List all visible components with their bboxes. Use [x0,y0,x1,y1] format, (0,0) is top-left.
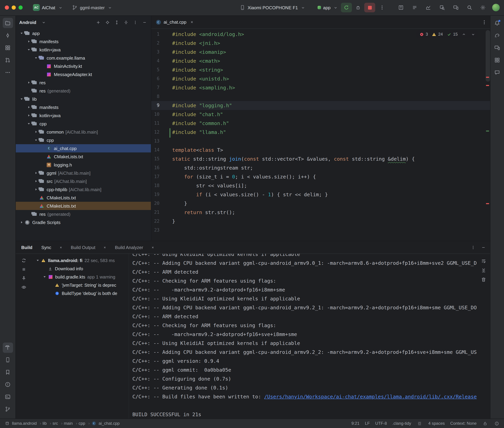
filter-view-icon[interactable] [21,284,27,290]
soft-wrap-icon[interactable] [480,258,487,264]
code-line-5[interactable]: 5#include <string> [151,66,490,74]
code-line-15[interactable]: 15static std::string join(const std::vec… [151,155,490,163]
chevron-down-icon[interactable] [42,275,47,279]
close-window-button[interactable] [5,6,9,10]
scroll-to-end-icon[interactable] [480,267,487,273]
commit-tool-button[interactable] [3,30,13,41]
error-stripe-mark[interactable] [486,77,489,78]
chevron-right-icon[interactable] [33,130,39,134]
chevron-down-icon[interactable] [18,31,24,35]
notifications-tool-button[interactable] [492,18,502,28]
problems-tool-button[interactable] [3,379,13,390]
tree-item-logging-h[interactable]: logging.h [16,161,151,169]
code-line-17[interactable]: 17 for (size_t i = 0; i < values.size();… [151,172,490,181]
tree-item-app[interactable]: app [16,29,151,37]
build-tool-button[interactable] [3,342,13,353]
readonly-lock-icon[interactable] [482,420,488,427]
chevron-right-icon[interactable] [33,187,39,191]
tree-item-ai-chat-cpp[interactable]: ai_chat.cpp [16,144,151,152]
chevron-down-icon[interactable] [33,56,39,60]
chevron-down-icon[interactable] [41,19,47,25]
tree-item-kotlin-java[interactable]: kotlin+java [16,46,151,54]
chevron-down-icon[interactable] [26,122,32,126]
clang-tidy-widget[interactable]: .clang-tidy [392,421,411,426]
error-stripe-mark[interactable] [486,203,489,204]
assistant-tool-button[interactable] [492,67,502,77]
code-line-11[interactable]: 11#include "common.h" [151,119,490,128]
build-tab-build-analyzer[interactable]: Build Analyzer [111,241,159,254]
close-tab-icon[interactable] [58,244,64,250]
profile-avatar[interactable] [490,3,501,12]
editor-tab-ai-chat-cpp[interactable]: ai_chat.cpp [151,16,199,28]
device-selector[interactable]: Xiaomi POCOPHONE F1 [237,2,308,13]
code-line-2[interactable]: 2#include <jni.h> [151,39,490,48]
build-options-icon[interactable] [470,244,476,250]
code-line-6[interactable]: 6#include <unistd.h> [151,74,490,83]
device-manager-tool-button[interactable] [492,42,502,53]
change-stripe-mark[interactable] [486,131,489,132]
tree-item-messageadapter-kt[interactable]: MessageAdapter.kt [16,70,151,78]
bookmarks-tool-button[interactable] [3,367,13,377]
layout-inspector-button[interactable] [395,3,406,12]
new-file-icon[interactable] [95,19,101,25]
line-separator[interactable]: LF [365,421,370,426]
code-line-20[interactable]: 20 } [151,199,490,208]
pull-requests-tool-button[interactable] [3,55,13,65]
breadcrumb-ai-chat-cpp[interactable]: ai_chat.cpp [91,421,120,426]
project-tool-button[interactable] [3,18,13,28]
next-issue-icon[interactable] [470,31,476,37]
breadcrumb-llama-android[interactable]: llama.android› [4,420,41,427]
editor-scrollbar[interactable] [486,30,490,82]
build-tree-item-llama-android-fi[interactable]: llama.android: fi22 sec, 583 ms [32,256,129,264]
build-tree-item-jvmtarget-string-is-deprec[interactable]: 'jvmTarget: String' is deprec [32,281,129,289]
tree-item-gradle-scripts[interactable]: Gradle Scripts [16,218,151,226]
resource-manager-tool-button[interactable] [492,55,502,65]
build-tree-item-buildtype-debug-is-both-de[interactable]: BuildType 'debug' is both de [32,289,129,297]
device-mirror-button[interactable] [450,3,461,12]
close-tab-icon[interactable] [150,244,156,250]
code-line-9[interactable]: 9#include "logging.h" [151,101,490,110]
clear-console-icon[interactable] [480,276,487,283]
settings-button[interactable] [478,3,488,12]
tree-item-src[interactable]: src[AiChat.lib.main] [16,177,151,185]
more-run-options-button[interactable] [376,3,388,12]
code-line-10[interactable]: 10#include "chat.h" [151,110,490,119]
code-editor[interactable]: 1#include <android/log.h>2#include <jni.… [151,29,490,241]
code-line-7[interactable]: 7#include <sampling.h> [151,83,490,92]
tree-item-res[interactable]: res(generated) [16,210,151,218]
profiler-button[interactable] [423,3,434,12]
passed-count-widget[interactable]: 15 [446,31,458,37]
chevron-down-icon[interactable] [33,138,39,142]
version-control-tool-button[interactable] [3,404,13,414]
build-tree-item-download-info[interactable]: Download info [32,264,129,273]
tree-item-com-example-llama[interactable]: com.example.llama [16,54,151,62]
code-line-16[interactable]: 16 std::ostringstream str; [151,163,490,172]
tree-item-kotlin-java[interactable]: kotlin+java [16,111,151,120]
run-button[interactable] [341,3,352,12]
stop-button[interactable] [364,3,375,12]
code-line-22[interactable]: 22} [151,217,490,226]
zoom-window-button[interactable] [18,6,23,10]
vcs-branch-selector[interactable]: ggml-master [70,2,115,13]
code-line-21[interactable]: 21 return str.str(); [151,208,490,217]
chevron-down-icon[interactable] [35,258,40,262]
breadcrumb-cpp[interactable]: cpp› [78,421,90,426]
panel-options-icon[interactable] [132,19,138,25]
code-line-13[interactable]: 13 [151,137,490,146]
chevron-down-icon[interactable] [18,97,24,101]
minimize-panel-icon[interactable] [480,244,487,250]
warning-count-widget[interactable]: 24 [431,31,443,37]
tree-item-cmakelists-txt[interactable]: CMakeLists.txt [16,152,151,161]
error-stripe-mark[interactable] [486,85,489,86]
inspections-widget[interactable]: 3 24 15 [416,31,478,38]
debug-button[interactable] [353,3,364,12]
tree-item-cmakelists-txt[interactable]: CMakeLists.txt [16,194,151,202]
build-console[interactable]: C/C++: -- Using KleidiAI optimized kerne… [129,254,477,418]
chevron-right-icon[interactable] [18,220,24,224]
build-tree-item-build-gradle-kts[interactable]: build.gradle.ktsapp 1 warning [32,273,129,281]
caret-position[interactable]: 9:21 [351,421,359,426]
breadcrumb-main[interactable]: main› [64,421,77,426]
tree-item-manifests[interactable]: manifests [16,103,151,111]
chevron-down-icon[interactable] [26,48,32,52]
code-line-18[interactable]: 18 str << values[i]; [151,181,490,190]
